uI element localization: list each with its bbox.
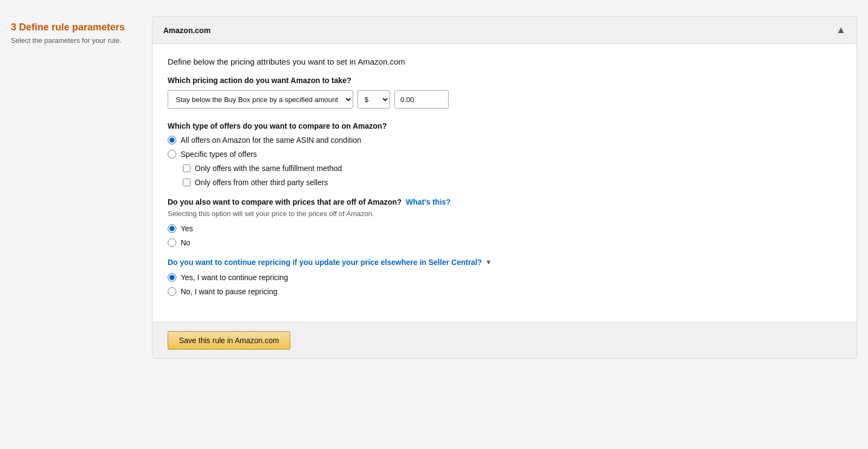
same-fulfillment-option[interactable]: Only offers with the same fulfillment me…: [183, 164, 841, 173]
pricing-action-row: Stay below the Buy Box price by a specif…: [168, 90, 841, 109]
card-body: Define below the pricing attributes you …: [152, 44, 857, 322]
offers-label: Which type of offers do you want to comp…: [168, 122, 841, 130]
continue-repricing-radio-group: Yes, I want to continue repricing No, I …: [168, 273, 841, 296]
same-fulfillment-label: Only offers with the same fulfillment me…: [195, 164, 342, 173]
off-amazon-question-text: Do you also want to compare with prices …: [168, 198, 401, 206]
yes-repricing-label: Yes, I want to continue repricing: [181, 273, 288, 282]
card-header-title: Amazon.com: [163, 26, 210, 35]
continue-repricing-section: Do you want to continue repricing if you…: [168, 258, 841, 296]
collapse-icon[interactable]: ▲: [836, 24, 846, 36]
yes-repricing-option[interactable]: Yes, I want to continue repricing: [168, 273, 841, 282]
continue-repricing-link[interactable]: Do you want to continue repricing if you…: [168, 258, 841, 267]
specific-offers-option[interactable]: Specific types of offers: [168, 150, 841, 159]
pricing-action-select[interactable]: Stay below the Buy Box price by a specif…: [168, 90, 353, 109]
off-amazon-section: Do you also want to compare with prices …: [168, 198, 841, 247]
card-header: Amazon.com ▲: [152, 17, 857, 44]
no-off-amazon-radio[interactable]: [168, 238, 176, 247]
step-title: 3 Define rule parameters: [11, 22, 130, 33]
off-amazon-question: Do you also want to compare with prices …: [168, 198, 841, 206]
no-off-amazon-label: No: [181, 238, 190, 247]
yes-repricing-radio[interactable]: [168, 273, 176, 282]
all-offers-option[interactable]: All offers on Amazon for the same ASIN a…: [168, 136, 841, 144]
specific-offers-radio[interactable]: [168, 150, 176, 159]
yes-off-amazon-label: Yes: [181, 224, 193, 233]
step-subtitle: Select the parameters for your rule.: [11, 36, 130, 45]
third-party-label: Only offers from other third party selle…: [195, 178, 328, 187]
same-fulfillment-checkbox[interactable]: [183, 165, 190, 172]
save-button[interactable]: Save this rule in Amazon.com: [168, 331, 290, 350]
no-off-amazon-option[interactable]: No: [168, 238, 841, 247]
card-footer: Save this rule in Amazon.com: [152, 322, 857, 358]
continue-repricing-question: Do you want to continue repricing if you…: [168, 258, 482, 267]
whats-this-link[interactable]: What's this?: [406, 198, 451, 206]
offers-radio-group: All offers on Amazon for the same ASIN a…: [168, 136, 841, 187]
specific-offers-label: Specific types of offers: [181, 150, 257, 159]
yes-off-amazon-option[interactable]: Yes: [168, 224, 841, 233]
third-party-option[interactable]: Only offers from other third party selle…: [183, 178, 841, 187]
dropdown-arrow-icon: ▼: [486, 258, 492, 266]
page-wrapper: 3 Define rule parameters Select the para…: [11, 16, 857, 359]
right-panel: Amazon.com ▲ Define below the pricing at…: [152, 16, 857, 359]
yes-off-amazon-radio[interactable]: [168, 224, 176, 233]
third-party-checkbox[interactable]: [183, 179, 190, 186]
left-panel: 3 Define rule parameters Select the para…: [11, 16, 130, 45]
no-repricing-option[interactable]: No, I want to pause repricing: [168, 287, 841, 296]
amount-input[interactable]: [394, 90, 449, 109]
currency-select[interactable]: $ £ €: [358, 90, 390, 109]
no-repricing-label: No, I want to pause repricing: [181, 287, 277, 296]
all-offers-label: All offers on Amazon for the same ASIN a…: [181, 136, 361, 144]
off-amazon-radio-group: Yes No: [168, 224, 841, 247]
all-offers-radio[interactable]: [168, 136, 176, 144]
pricing-action-label: Which pricing action do you want Amazon …: [168, 76, 841, 85]
section-heading: Define below the pricing attributes you …: [168, 57, 841, 66]
off-amazon-desc: Selecting this option will set your pric…: [168, 210, 841, 218]
no-repricing-radio[interactable]: [168, 287, 176, 296]
